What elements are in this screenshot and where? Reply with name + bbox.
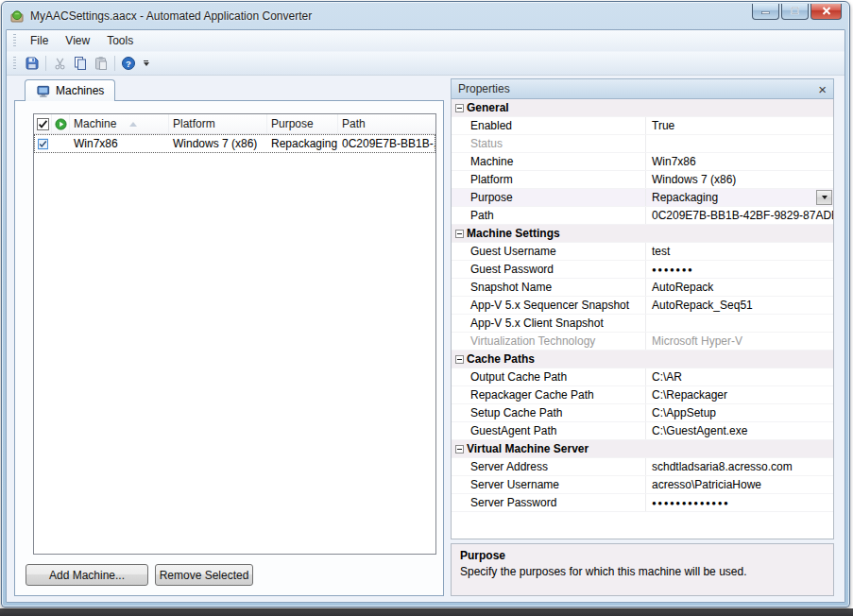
property-value[interactable]: Repackaging (646, 189, 833, 206)
minimize-icon (760, 7, 771, 15)
collapse-icon[interactable] (455, 230, 464, 238)
remove-selected-button[interactable]: Remove Selected (155, 564, 253, 586)
property-value[interactable]: C:\Repackager (646, 386, 833, 403)
save-icon (25, 56, 40, 71)
property-row-purpose[interactable]: PurposeRepackaging (452, 189, 833, 207)
column-header-label: Platform (173, 117, 215, 130)
toolbar-overflow-button[interactable] (141, 60, 151, 66)
paste-button[interactable] (91, 54, 111, 73)
machines-pane: Machines (14, 78, 444, 596)
copy-icon (73, 56, 88, 71)
section-label: General (467, 99, 509, 116)
property-value[interactable]: AutoRepack (646, 279, 833, 296)
row-platform: Windows 7 (x86) (169, 134, 267, 153)
property-row-virtualization-technology[interactable]: Virtualization TechnologyMicrosoft Hyper… (452, 333, 833, 351)
property-value[interactable]: test (646, 243, 833, 260)
property-section-virtual-machine-server[interactable]: Virtual Machine Server (452, 440, 833, 458)
checked-checkbox-icon (38, 138, 48, 150)
property-row-path[interactable]: Path0C209E7B-BB1B-42BF-9829-87ADED2E8 (452, 207, 833, 225)
property-value[interactable]: Microsoft Hyper-V (646, 333, 833, 350)
property-row-status[interactable]: Status (452, 135, 833, 153)
property-value[interactable]: ●●●●●●● (646, 261, 833, 278)
property-row-output-cache-path[interactable]: Output Cache PathC:\AR (452, 368, 833, 386)
property-row-machine[interactable]: MachineWin7x86 (452, 153, 833, 171)
property-row-server-username[interactable]: Server Usernameacresso\PatriciaHowe (452, 476, 833, 494)
property-row-setup-cache-path[interactable]: Setup Cache PathC:\AppSetup (452, 404, 833, 422)
property-row-guest-username[interactable]: Guest Usernametest (452, 243, 833, 261)
collapse-icon[interactable] (455, 104, 464, 112)
section-label: Virtual Machine Server (467, 440, 589, 457)
maximize-button[interactable] (781, 4, 809, 20)
property-value[interactable]: True (646, 117, 833, 134)
property-row-repackager-cache-path[interactable]: Repackager Cache PathC:\Repackager (452, 386, 833, 404)
property-value[interactable]: 0C209E7B-BB1B-42BF-9829-87ADED2E8 (646, 207, 833, 224)
column-header-machine[interactable]: Machine (70, 114, 169, 133)
status-column-header[interactable] (52, 114, 70, 133)
property-label: Repackager Cache Path (467, 386, 646, 403)
property-section-machine-settings[interactable]: Machine Settings (452, 225, 833, 243)
properties-close-icon[interactable]: × (818, 84, 827, 94)
run-status-icon (55, 118, 67, 130)
property-value[interactable]: ●●●●●●●●●●●●● (646, 494, 833, 511)
property-value[interactable]: Windows 7 (x86) (646, 171, 833, 188)
property-row-server-address[interactable]: Server Addressschdtladsaria8.acresso.com (452, 458, 833, 476)
tab-machines[interactable]: Machines (25, 79, 115, 101)
property-value[interactable] (646, 315, 833, 332)
menu-item-tools[interactable]: Tools (98, 31, 142, 50)
property-row-app-v-5-x-client-snapshot[interactable]: App-V 5.x Client Snapshot (452, 315, 833, 333)
property-value[interactable]: AutoRepack_Seq51 (646, 297, 833, 314)
toolbar: ? (7, 51, 844, 76)
dropdown-button[interactable] (816, 190, 832, 205)
property-row-snapshot-name[interactable]: Snapshot NameAutoRepack (452, 279, 833, 297)
toolbar-separator (114, 56, 115, 71)
column-header-path[interactable]: Path (338, 114, 435, 133)
property-label: Status (467, 135, 646, 152)
window-title: MyAACSettings.aacx - Automated Applicati… (30, 9, 746, 23)
row-checkbox[interactable] (34, 134, 52, 153)
screen: MyAACSettings.aacx - Automated Applicati… (0, 0, 853, 616)
copy-button[interactable] (70, 54, 91, 73)
property-value[interactable] (646, 135, 833, 152)
tab-strip: Machines (14, 78, 444, 101)
property-row-platform[interactable]: PlatformWindows 7 (x86) (452, 171, 833, 189)
property-row-enabled[interactable]: EnabledTrue (452, 117, 833, 135)
row-machine: Win7x86 (70, 134, 169, 153)
collapse-icon[interactable] (455, 445, 464, 453)
property-value[interactable]: C:\AR (646, 368, 833, 385)
machine-row[interactable]: Win7x86 Windows 7 (x86) Repackaging 0C20… (34, 134, 435, 153)
property-row-guestagent-path[interactable]: GuestAgent PathC:\GuestAgent.exe (452, 422, 833, 440)
menu-item-file[interactable]: File (22, 31, 57, 50)
column-header-platform[interactable]: Platform (169, 114, 267, 133)
property-section-general[interactable]: General (452, 99, 833, 117)
property-value[interactable]: schdtladsaria8.acresso.com (646, 458, 833, 475)
close-button[interactable] (810, 4, 842, 20)
toolbar-separator (45, 56, 46, 71)
section-label: Cache Paths (467, 351, 535, 368)
cut-button[interactable] (49, 54, 70, 73)
collapse-icon[interactable] (455, 355, 464, 364)
menu-item-view[interactable]: View (57, 31, 98, 50)
main-area: Machines (7, 76, 844, 602)
list-empty-area (34, 153, 435, 554)
property-label: Guest Password (467, 261, 646, 278)
save-button[interactable] (22, 54, 43, 73)
help-button[interactable]: ? (118, 54, 139, 73)
property-label: Enabled (467, 117, 646, 134)
property-grid: GeneralEnabledTrueStatusMachineWin7x86Pl… (451, 99, 834, 539)
property-value[interactable]: C:\AppSetup (646, 404, 833, 421)
property-value[interactable]: Win7x86 (646, 153, 833, 170)
property-value[interactable]: C:\GuestAgent.exe (646, 422, 833, 439)
select-all-checkbox[interactable] (34, 114, 52, 133)
minimize-button[interactable] (752, 4, 779, 20)
property-label: Guest Username (467, 243, 646, 260)
property-label: Server Username (467, 476, 646, 493)
property-row-guest-password[interactable]: Guest Password●●●●●●● (452, 261, 833, 279)
property-row-server-password[interactable]: Server Password●●●●●●●●●●●●● (452, 494, 833, 512)
add-machine-button[interactable]: Add Machine... (26, 564, 148, 586)
client-area: FileViewTools ? (6, 29, 845, 603)
property-section-cache-paths[interactable]: Cache Paths (452, 351, 833, 368)
row-path: 0C209E7B-BB1B-... (338, 134, 435, 153)
property-row-app-v-5-x-sequencer-snapshot[interactable]: App-V 5.x Sequencer SnapshotAutoRepack_S… (452, 297, 833, 315)
column-header-purpose[interactable]: Purpose (267, 114, 338, 133)
property-value[interactable]: acresso\PatriciaHowe (646, 476, 833, 493)
